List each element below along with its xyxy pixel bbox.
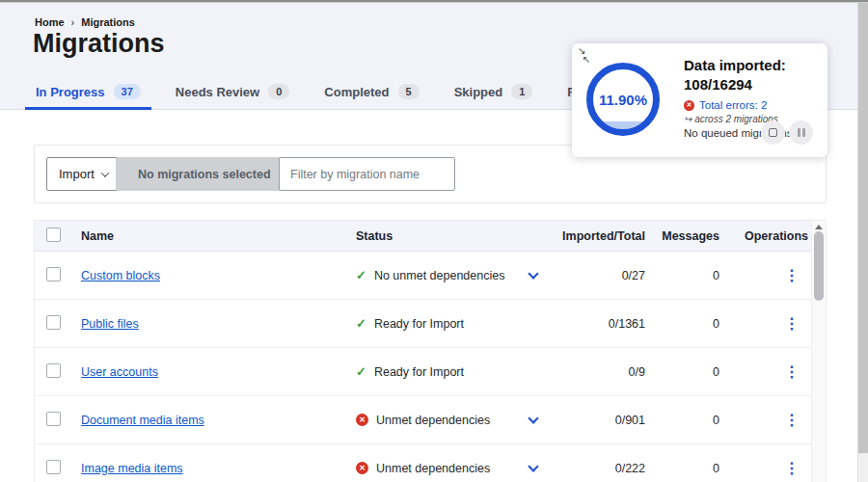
tab-label: Skipped	[454, 85, 503, 99]
table-row: Custom blocks ✓ No unmet dependencies 0/…	[35, 252, 812, 300]
messages-count: 0	[645, 365, 719, 379]
stop-button[interactable]	[761, 120, 785, 145]
status-error-icon: ✕	[356, 414, 368, 426]
imported-total-value: 0/1361	[549, 317, 645, 331]
status-text: Unmet dependencies	[376, 414, 490, 427]
operations-menu-button[interactable]: ⋮	[784, 412, 800, 428]
stop-icon	[769, 128, 777, 137]
migration-name-link[interactable]: Custom blocks	[81, 269, 160, 282]
data-imported-label: Data imported:	[684, 56, 821, 75]
pause-icon	[798, 128, 805, 137]
breadcrumb-separator-icon: ›	[71, 16, 75, 28]
tab-completed[interactable]: Completed 5	[313, 75, 429, 110]
table-row: Image media items ✕ Unmet dependencies 0…	[35, 444, 812, 482]
tab-in-progress[interactable]: In Progress 37	[25, 75, 151, 110]
expand-row-chevron-icon[interactable]	[528, 413, 538, 423]
pause-button[interactable]	[789, 120, 813, 145]
table-row: User accounts ✓ Ready for Import 0/9 0 ⋮	[35, 348, 812, 396]
no-migrations-selected-button: No migrations selected	[116, 157, 293, 191]
status-text: Ready for Import	[374, 365, 464, 379]
status-ok-icon: ✓	[356, 364, 366, 379]
status-text: No unmet dependencies	[374, 269, 505, 282]
data-imported-value: 108/16294	[684, 75, 821, 94]
scroll-up-arrow-icon[interactable]	[815, 225, 823, 229]
select-all-checkbox[interactable]	[46, 228, 61, 242]
across-arrow-icon: ↪	[684, 114, 694, 124]
row-checkbox[interactable]	[46, 267, 61, 281]
chevron-down-icon	[101, 169, 109, 176]
table-scrollbar[interactable]	[811, 221, 826, 482]
table-scrollbar-thumb[interactable]	[814, 231, 824, 301]
status-text: Ready for Import	[374, 317, 464, 331]
tab-count-badge: 1	[511, 84, 532, 99]
page-scrollbar[interactable]	[857, 3, 868, 482]
migration-name-link[interactable]: Document media items	[81, 414, 204, 427]
imported-total-value: 0/27	[549, 269, 645, 282]
tab-label: Completed	[324, 85, 389, 99]
column-header-status: Status	[356, 229, 549, 243]
tab-count-badge: 37	[114, 84, 141, 99]
operations-menu-button[interactable]: ⋮	[784, 267, 800, 283]
breadcrumb-current-link[interactable]: Migrations	[81, 16, 135, 28]
row-checkbox[interactable]	[46, 315, 61, 330]
operations-menu-button[interactable]: ⋮	[784, 460, 800, 476]
tab-count-badge: 5	[398, 84, 420, 99]
table-body: Custom blocks ✓ No unmet dependencies 0/…	[35, 252, 826, 482]
messages-count: 0	[645, 317, 719, 331]
table-header-row: Name Status Imported/Total Messages Oper…	[35, 221, 812, 252]
table-row: Public files ✓ Ready for Import 0/1361 0…	[35, 300, 812, 348]
imported-total-value: 0/901	[549, 414, 645, 427]
import-progress-popup: ↘ ↖ 11.90% Data imported: 108/16294 ✕ To…	[572, 43, 827, 157]
progress-percent: 11.90%	[585, 62, 661, 137]
total-errors-link[interactable]: ✕ Total errors: 2	[684, 99, 821, 111]
tab-label: In Progress	[36, 85, 105, 99]
status-text: Unmet dependencies	[376, 462, 490, 475]
messages-count: 0	[645, 462, 719, 475]
migration-name-link[interactable]: Public files	[81, 317, 139, 331]
row-checkbox[interactable]	[46, 363, 61, 378]
progress-controls	[761, 120, 813, 145]
tab-label: Needs Review	[176, 85, 259, 99]
status-ok-icon: ✓	[356, 268, 366, 282]
messages-count: 0	[645, 414, 719, 427]
migration-name-link[interactable]: Image media items	[81, 462, 183, 475]
progress-gauge: 11.90%	[585, 62, 661, 137]
page-title: Migrations	[33, 29, 165, 59]
column-header-messages: Messages	[645, 229, 719, 243]
operations-menu-button[interactable]: ⋮	[784, 315, 800, 332]
column-header-operations: Operations	[719, 229, 812, 243]
row-checkbox[interactable]	[46, 412, 61, 426]
operations-menu-button[interactable]: ⋮	[784, 363, 800, 380]
tab-skipped[interactable]: Skipped 1	[444, 75, 544, 110]
column-header-name: Name	[81, 229, 356, 243]
column-header-imported-total: Imported/Total	[549, 229, 645, 243]
import-button-label: Import	[59, 167, 95, 181]
import-dropdown-button[interactable]: Import	[46, 157, 121, 191]
expand-row-chevron-icon[interactable]	[528, 268, 538, 279]
imported-total-value: 0/9	[549, 365, 645, 379]
expand-row-chevron-icon[interactable]	[528, 461, 538, 471]
filter-migration-input[interactable]	[279, 157, 455, 191]
page-scrollbar-thumb[interactable]	[858, 3, 868, 453]
status-error-icon: ✕	[356, 462, 368, 474]
breadcrumb: Home › Migrations	[35, 16, 135, 28]
tab-count-badge: 0	[268, 84, 289, 99]
breadcrumb-home-link[interactable]: Home	[35, 16, 65, 28]
messages-count: 0	[645, 269, 719, 282]
migrations-table: Name Status Imported/Total Messages Oper…	[34, 220, 827, 482]
status-ok-icon: ✓	[356, 316, 366, 331]
error-badge-icon: ✕	[684, 100, 694, 111]
migration-name-link[interactable]: User accounts	[81, 365, 158, 379]
imported-total-value: 0/222	[549, 462, 645, 475]
row-checkbox[interactable]	[46, 460, 61, 474]
window-top-edge	[0, 0, 868, 3]
tab-needs-review[interactable]: Needs Review 0	[165, 75, 301, 110]
table-row: Document media items ✕ Unmet dependencie…	[35, 396, 812, 444]
